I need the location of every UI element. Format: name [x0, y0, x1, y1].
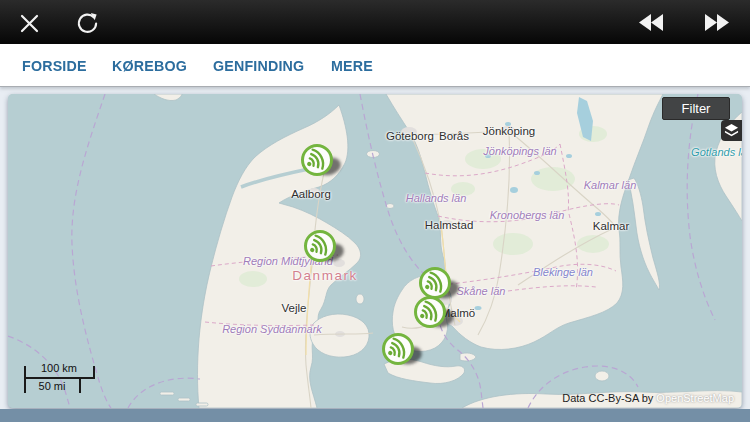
- layers-icon: [724, 123, 739, 138]
- nav-item-kørebog[interactable]: KØREBOG: [112, 57, 187, 74]
- rewind-icon[interactable]: [638, 14, 664, 35]
- filter-button[interactable]: Filter: [662, 97, 730, 120]
- scale-km-label: 100 km: [24, 362, 94, 374]
- nav-bar: FORSIDEKØREBOGGENFINDINGMERE: [0, 44, 750, 87]
- map-container[interactable]: GöteborgBoråsJönköpingJönköpings länHall…: [8, 94, 742, 408]
- signal-icon: [304, 147, 329, 172]
- signal-icon: [417, 299, 442, 324]
- layers-button[interactable]: [721, 120, 742, 141]
- map-label: Borås: [439, 130, 469, 142]
- map-label: Skåne län: [457, 285, 506, 297]
- nav-item-forside[interactable]: FORSIDE: [22, 57, 87, 74]
- tracker-marker[interactable]: [382, 333, 414, 365]
- signal-icon: [422, 270, 447, 295]
- map-label: Kalmar: [593, 220, 629, 232]
- tracker-marker[interactable]: [301, 144, 333, 176]
- map-canvas[interactable]: [8, 94, 742, 408]
- map-label: Göteborg: [386, 130, 434, 142]
- signal-icon: [385, 336, 410, 361]
- signal-icon: [307, 233, 332, 258]
- map-label: Region Syddanmark: [222, 323, 322, 335]
- tracker-marker[interactable]: [419, 267, 451, 299]
- map-label: Kronobergs län: [490, 209, 565, 221]
- fast-forward-icon[interactable]: [704, 14, 730, 35]
- map-scale-control: 100 km 50 mi: [22, 362, 100, 396]
- map-label: Blekinge län: [533, 266, 593, 278]
- map-label: Vejle: [282, 302, 307, 314]
- refresh-icon[interactable]: [76, 12, 99, 39]
- close-icon[interactable]: [20, 14, 39, 37]
- nav-item-mere[interactable]: MERE: [331, 57, 373, 74]
- map-label: Kalmar län: [584, 179, 637, 191]
- map-attribution: Data CC-By-SA by OpenStreetMap: [562, 392, 734, 404]
- map-label: Halmstad: [425, 219, 474, 231]
- map-label: Hallands län: [406, 192, 467, 204]
- top-toolbar: [0, 0, 750, 44]
- attribution-text: Data CC-By-SA by: [562, 392, 656, 404]
- tracker-marker[interactable]: [414, 296, 446, 328]
- tracker-marker[interactable]: [304, 230, 336, 262]
- nav-item-genfinding[interactable]: GENFINDING: [213, 57, 304, 74]
- bottom-strip: [0, 409, 750, 422]
- map-label: Gotlands län: [691, 146, 742, 158]
- app-screen: FORSIDEKØREBOGGENFINDINGMERE: [0, 0, 750, 422]
- map-label: Danmark: [292, 268, 357, 283]
- attribution-osm-link[interactable]: OpenStreetMap: [656, 392, 734, 404]
- map-label: Jönköpings län: [483, 145, 556, 157]
- scale-mi-label: 50 mi: [24, 380, 80, 392]
- map-label: Aalborg: [291, 188, 331, 200]
- map-label: Jönköping: [483, 125, 535, 137]
